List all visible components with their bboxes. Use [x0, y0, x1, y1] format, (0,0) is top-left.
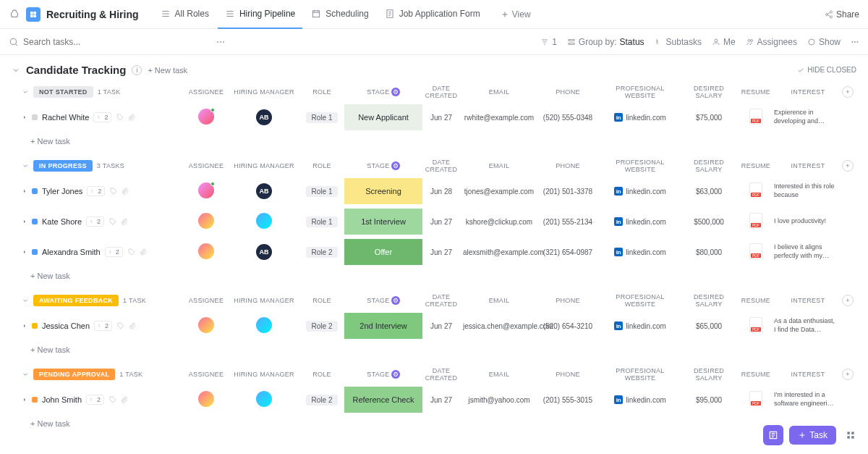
fab-note-button[interactable]	[763, 425, 783, 445]
manager-avatar[interactable]: AB	[256, 244, 272, 260]
website-cell[interactable]: inlinkedin.com	[600, 321, 680, 330]
website-cell[interactable]: inlinkedin.com	[600, 395, 680, 404]
collapse-group-icon[interactable]	[22, 297, 29, 304]
column-header[interactable]: RESUME	[738, 297, 774, 304]
search-options-icon[interactable]	[216, 37, 226, 47]
stage-cell[interactable]: New Applicant	[344, 104, 422, 130]
share-button[interactable]: Share	[825, 9, 859, 20]
column-header[interactable]: HIRING MANAGER	[231, 88, 297, 96]
column-header-stage[interactable]: STAGE⚙	[347, 88, 420, 96]
status-dot[interactable]	[32, 249, 38, 255]
add-task-row[interactable]: + New task	[0, 133, 868, 150]
column-header[interactable]: RESUME	[738, 88, 774, 96]
hide-closed-toggle[interactable]: HIDE CLOSED	[797, 66, 856, 74]
column-header[interactable]: DESIRED SALARY	[680, 367, 738, 382]
column-header[interactable]: DATE CREATED	[420, 367, 463, 382]
email-cell[interactable]: kshore@clickup.com	[463, 218, 535, 226]
assignee-avatar[interactable]	[198, 182, 214, 198]
space-icon[interactable]	[26, 7, 41, 22]
fab-task-button[interactable]: Task	[789, 426, 836, 445]
attachment-icon[interactable]	[128, 321, 137, 330]
status-pill[interactable]: PENDING APPROVAL	[33, 369, 115, 380]
role-tag[interactable]: Role 2	[306, 395, 339, 405]
collapse-list-icon[interactable]	[12, 66, 20, 75]
stage-cell[interactable]: Offer	[344, 239, 422, 265]
status-dot[interactable]	[32, 114, 38, 120]
task-name[interactable]: Alexandra Smith	[42, 248, 101, 256]
info-icon[interactable]: i	[132, 65, 142, 75]
status-dot[interactable]	[32, 219, 38, 224]
column-header[interactable]: INTEREST	[774, 371, 842, 378]
tag-icon[interactable]	[116, 113, 124, 122]
subtasks-button[interactable]: Subtasks	[655, 37, 702, 47]
expand-icon[interactable]	[22, 249, 27, 255]
task-row[interactable]: Kate Shore2Role 11st InterviewJun 27ksho…	[0, 206, 868, 237]
resume-icon[interactable]	[749, 109, 762, 125]
column-header[interactable]: ASSIGNEE	[181, 162, 231, 169]
column-header[interactable]: HIRING MANAGER	[231, 371, 297, 378]
attachment-icon[interactable]	[120, 217, 129, 226]
collapse-group-icon[interactable]	[22, 162, 29, 169]
status-dot[interactable]	[32, 323, 38, 329]
email-cell[interactable]: jessica.chen@example.com	[463, 322, 535, 330]
subtask-count[interactable]: 2	[86, 395, 104, 405]
column-header[interactable]: DATE CREATED	[420, 85, 463, 99]
manager-avatar[interactable]	[256, 391, 272, 407]
resume-icon[interactable]	[749, 182, 762, 198]
column-header[interactable]: HIRING MANAGER	[231, 162, 297, 169]
column-header[interactable]: DESIRED SALARY	[680, 159, 738, 173]
column-header[interactable]: ASSIGNEE	[181, 371, 231, 378]
expand-icon[interactable]	[22, 397, 27, 403]
status-pill[interactable]: NOT STARTED	[33, 86, 93, 98]
view-tab-job-application-form[interactable]: Job Application Form	[378, 0, 488, 29]
column-header[interactable]: PHONE	[535, 297, 600, 304]
manager-avatar[interactable]: AB	[256, 109, 272, 125]
task-row[interactable]: Jessica Chen2Role 22nd InterviewJun 27je…	[0, 311, 868, 341]
status-dot[interactable]	[32, 188, 38, 194]
column-header-stage[interactable]: STAGE⚙	[347, 296, 420, 305]
assignees-button[interactable]: Assignees	[746, 37, 797, 47]
column-header[interactable]: DESIRED SALARY	[680, 293, 738, 308]
task-row[interactable]: Tyler Jones2ABRole 1ScreeningJun 28tjone…	[0, 176, 868, 206]
tag-icon[interactable]	[109, 217, 117, 226]
stage-cell[interactable]: 1st Interview	[344, 209, 422, 235]
column-header[interactable]: RESUME	[738, 162, 774, 169]
column-header[interactable]: PROFESIONAL WEBSITE	[600, 293, 680, 308]
task-name[interactable]: Jessica Chen	[42, 321, 90, 330]
task-name[interactable]: Kate Shore	[42, 217, 82, 226]
email-cell[interactable]: tjones@example.com	[463, 188, 535, 196]
column-header-stage[interactable]: STAGE⚙	[347, 161, 420, 170]
website-cell[interactable]: inlinkedin.com	[600, 187, 680, 196]
show-button[interactable]: Show	[807, 37, 841, 47]
task-name[interactable]: Rachel White	[42, 113, 89, 122]
column-header[interactable]: PROFESIONAL WEBSITE	[600, 85, 680, 99]
column-header[interactable]: EMAIL	[463, 371, 535, 378]
subtask-count[interactable]: 2	[105, 247, 123, 257]
column-header[interactable]: INTEREST	[774, 297, 842, 304]
column-header-stage[interactable]: STAGE⚙	[347, 370, 420, 379]
column-header[interactable]: ROLE	[297, 162, 347, 169]
subtask-count[interactable]: 2	[86, 217, 104, 227]
add-column-button[interactable]: +	[842, 295, 854, 306]
expand-icon[interactable]	[22, 323, 27, 329]
status-pill[interactable]: AWAITING FEEDBACK	[33, 295, 119, 306]
manager-avatar[interactable]: AB	[256, 183, 272, 199]
collapse-group-icon[interactable]	[22, 371, 29, 378]
assignee-avatar[interactable]	[198, 243, 214, 259]
task-name[interactable]: John Smith	[42, 395, 82, 404]
task-row[interactable]: Rachel White2ABRole 1New ApplicantJun 27…	[0, 102, 868, 133]
column-header[interactable]: DESIRED SALARY	[680, 85, 738, 99]
expand-icon[interactable]	[22, 219, 27, 224]
stage-settings-icon[interactable]: ⚙	[391, 370, 400, 379]
expand-icon[interactable]	[22, 188, 27, 194]
add-task-row[interactable]: + New task	[0, 341, 868, 358]
group-by-button[interactable]: Group by: Status	[567, 37, 644, 47]
resume-icon[interactable]	[749, 317, 762, 333]
column-header[interactable]: EMAIL	[463, 88, 535, 96]
notification-icon[interactable]	[9, 9, 20, 20]
subtask-count[interactable]: 2	[93, 112, 111, 122]
task-row[interactable]: Alexandra Smith2ABRole 2OfferJun 27alexs…	[0, 237, 868, 267]
website-cell[interactable]: inlinkedin.com	[600, 113, 680, 122]
column-header[interactable]: ROLE	[297, 297, 347, 304]
add-column-button[interactable]: +	[842, 86, 854, 98]
